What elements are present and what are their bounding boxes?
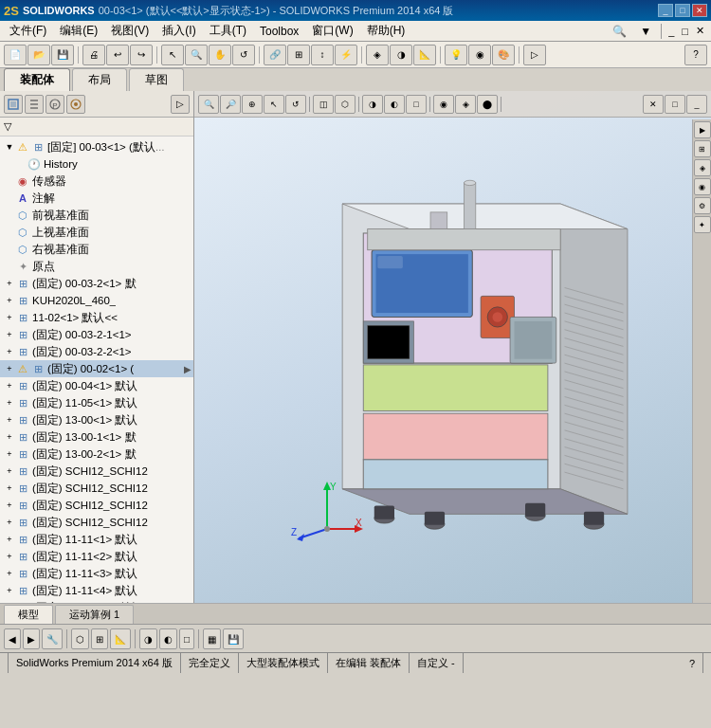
1111-5-expand[interactable]: + xyxy=(4,602,15,603)
tree-item-0003-2-2[interactable]: + ⊞ (固定) 00-03-2-2<1> xyxy=(0,343,193,360)
tree-item-0004[interactable]: + ⊞ (固定) 00-04<1> 默认 xyxy=(0,377,193,394)
tree-item-1300[interactable]: + ⊞ (固定) 13-00<1> 默认 xyxy=(0,411,193,428)
tree-item-0003-2[interactable]: + ⊞ (固定) 00-03-2<1> 默 xyxy=(0,275,193,292)
tab-model[interactable]: 模型 xyxy=(4,605,53,624)
render-btn[interactable]: 💡 xyxy=(445,45,467,65)
close-btn[interactable]: ✕ xyxy=(692,4,707,17)
tree-item-1111-1[interactable]: + ⊞ (固定) 11-11<1> 默认 xyxy=(0,531,193,548)
tab-layout[interactable]: 布局 xyxy=(72,68,127,91)
tree-item-top-plane[interactable]: ⬡ 上视基准面 xyxy=(0,224,193,241)
menu-window[interactable]: 窗口(W) xyxy=(306,21,358,41)
tree-icon-config[interactable] xyxy=(66,95,85,114)
search-btn[interactable]: 🔍 xyxy=(607,23,632,40)
tree-item-schi2[interactable]: + ⊞ (固定) SCHI12_SCHI12 xyxy=(0,480,193,497)
mate-btn[interactable]: 🔗 xyxy=(264,45,286,65)
root-expand-icon[interactable]: ▼ xyxy=(4,141,15,153)
status-help[interactable]: ? xyxy=(682,653,703,673)
menu-help[interactable]: 帮助(H) xyxy=(361,21,411,41)
1105-expand[interactable]: + xyxy=(4,397,15,409)
extras-btn[interactable]: ▷ xyxy=(523,45,546,65)
vp-3dview[interactable]: ⬡ xyxy=(335,95,356,114)
pan-btn[interactable]: ✋ xyxy=(209,45,231,65)
tree-item-history[interactable]: 🕐 History xyxy=(0,155,193,173)
bi-plane[interactable]: ⊞ xyxy=(91,628,108,649)
bi-forward[interactable]: ▶ xyxy=(23,628,40,649)
tree-item-sensor[interactable]: ◉ 传感器 xyxy=(0,173,193,190)
schi2-expand[interactable]: + xyxy=(4,482,15,494)
vp-shade2[interactable]: ◐ xyxy=(384,95,405,114)
1111-3-expand[interactable]: + xyxy=(4,568,15,579)
tree-item-1111-5[interactable]: + ⊞ (固定) 11-11<5> 默认 xyxy=(0,599,193,603)
vp-zoomin[interactable]: 🔍 xyxy=(198,95,219,114)
kuh-expand[interactable]: + xyxy=(4,295,15,306)
vp-zoomfit[interactable]: ⊕ xyxy=(242,95,263,114)
save-btn[interactable]: 💾 xyxy=(51,45,74,65)
tree-root-item[interactable]: ▼ ⚠ ⊞ [固定] 00-03<1> (默认 … xyxy=(0,138,193,155)
1111-4-expand[interactable]: + xyxy=(4,585,15,596)
sub-close[interactable]: ✕ xyxy=(693,25,707,37)
0003-2-expand[interactable]: + xyxy=(4,278,15,289)
tree-more-btn[interactable]: ▷ xyxy=(171,95,190,114)
tree-item-1300-1[interactable]: + ⊞ (固定) 13-00-1<1> 默 xyxy=(0,428,193,446)
schi4-expand[interactable]: + xyxy=(4,517,15,528)
vp-select[interactable]: ↖ xyxy=(264,95,284,114)
schi3-expand[interactable]: + xyxy=(4,500,15,511)
menu-view[interactable]: 视图(V) xyxy=(105,21,155,41)
tree-item-schi1[interactable]: + ⊞ (固定) SCHI12_SCHI12 xyxy=(0,463,193,480)
bi-back[interactable]: ◀ xyxy=(4,628,21,649)
vp-restore[interactable]: □ xyxy=(665,95,685,114)
tree-icon-propertymap[interactable]: P xyxy=(46,95,64,114)
rp-btn6[interactable]: ✦ xyxy=(694,216,711,233)
rp-btn2[interactable]: ⊞ xyxy=(694,140,711,157)
1300-expand[interactable]: + xyxy=(4,414,15,426)
rp-btn3[interactable]: ◈ xyxy=(694,159,711,176)
redo-btn[interactable]: ↪ xyxy=(130,45,153,65)
menu-insert[interactable]: 插入(I) xyxy=(156,21,201,41)
comp-btn[interactable]: ⊞ xyxy=(287,45,310,65)
tree-item-1300-2[interactable]: + ⊞ (固定) 13-00-2<1> 默 xyxy=(0,446,193,463)
tree-item-front-plane[interactable]: ⬡ 前视基准面 xyxy=(0,207,193,224)
vp-ambocc[interactable]: ⬤ xyxy=(477,95,498,114)
1111-2-expand[interactable]: + xyxy=(4,551,15,562)
tree-item-1111-3[interactable]: + ⊞ (固定) 11-11<3> 默认 xyxy=(0,565,193,582)
tree-item-annotation[interactable]: A 注解 xyxy=(0,190,193,207)
restore-btn[interactable]: □ xyxy=(675,4,690,17)
bi-tools[interactable]: 🔧 xyxy=(42,628,63,649)
tree-item-kuh[interactable]: + ⊞ KUH2020L_460_ xyxy=(0,292,193,309)
tree-item-schi4[interactable]: + ⊞ (固定) SCHI12_SCHI12 xyxy=(0,514,193,531)
vp-realview[interactable]: ◉ xyxy=(433,95,454,114)
bi-grid[interactable]: ▦ xyxy=(203,628,221,649)
open-btn[interactable]: 📂 xyxy=(27,45,50,65)
print-btn[interactable]: 🖨 xyxy=(82,45,105,65)
vp-shadows[interactable]: ◈ xyxy=(455,95,476,114)
tree-item-origin[interactable]: ✦ 原点 xyxy=(0,258,193,275)
vp-standard-views[interactable]: ◫ xyxy=(313,95,334,114)
schi1-expand[interactable]: + xyxy=(4,465,15,477)
bi-3d[interactable]: ⬡ xyxy=(71,628,89,649)
menu-toolbox[interactable]: Toolbox xyxy=(254,23,304,40)
appear-btn[interactable]: 🎨 xyxy=(492,45,515,65)
view3d-btn[interactable]: ◈ xyxy=(366,45,389,65)
tab-assembly[interactable]: 装配体 xyxy=(4,68,70,91)
1300-2-expand[interactable]: + xyxy=(4,448,15,460)
1102-expand[interactable]: + xyxy=(4,312,15,323)
tree-item-0002[interactable]: + ⚠ ⊞ (固定) 00-02<1> ( ▶ xyxy=(0,360,193,377)
1111-1-expand[interactable]: + xyxy=(4,534,15,545)
tree-item-1111-4[interactable]: + ⊞ (固定) 11-11<4> 默认 xyxy=(0,582,193,599)
tree-item-schi3[interactable]: + ⊞ (固定) SCHI12_SCHI12 xyxy=(0,497,193,514)
menu-tools[interactable]: 工具(T) xyxy=(204,21,252,41)
rotate-btn[interactable]: ↺ xyxy=(232,45,255,65)
tree-icon-featuremgr[interactable] xyxy=(25,95,44,114)
measure-btn[interactable]: 📐 xyxy=(413,45,436,65)
bi-save[interactable]: 💾 xyxy=(223,628,244,649)
vp-wire[interactable]: □ xyxy=(406,95,427,114)
undo-btn[interactable]: ↩ xyxy=(106,45,129,65)
rp-btn5[interactable]: ⚙ xyxy=(694,197,711,214)
rp-btn4[interactable]: ◉ xyxy=(694,178,711,195)
tree-item-0003-2-1[interactable]: + ⊞ (固定) 00-03-2-1<1> xyxy=(0,326,193,343)
minimize-btn[interactable]: _ xyxy=(658,4,673,17)
1300-1-expand[interactable]: + xyxy=(4,431,15,443)
vp-rotate[interactable]: ↺ xyxy=(285,95,306,114)
rp-btn1[interactable]: ▶ xyxy=(694,121,711,138)
vp-min[interactable]: _ xyxy=(686,95,707,114)
